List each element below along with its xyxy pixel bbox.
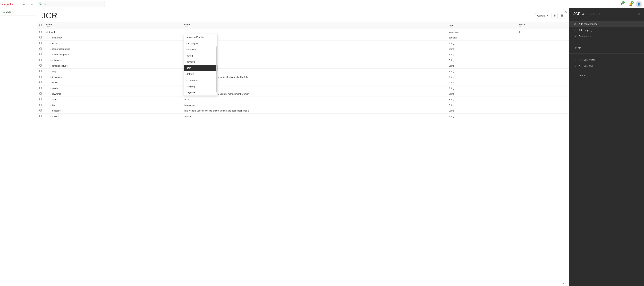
row-checkbox[interactable]	[40, 70, 42, 72]
right-panel-header: JCR workspace ×	[569, 8, 644, 19]
row-dot-icon: ●	[50, 37, 51, 39]
header-checkbox-cell	[38, 22, 44, 29]
row-dot-icon: ●	[50, 54, 51, 56]
right-panel-close-button[interactable]: ×	[638, 12, 640, 16]
sidebar-jcr-item[interactable]: ⊞ JCR	[0, 8, 37, 16]
row-checkbox[interactable]	[40, 104, 42, 106]
row-status-cell	[516, 29, 569, 35]
status-active-dot	[518, 31, 520, 33]
export-xml-label: Export to XML	[579, 65, 594, 68]
row-name-cell: ●buttontext	[44, 57, 182, 63]
row-dot-icon: ●	[50, 65, 51, 67]
row-type-cell: String	[446, 46, 516, 52]
row-value-cell: #000	[182, 46, 446, 52]
row-value-cell: Got it!	[182, 80, 446, 85]
main-close-button[interactable]: ×	[565, 10, 567, 14]
dropdown-item-default[interactable]: default	[184, 71, 218, 77]
user-menu-button[interactable]: 👤	[636, 1, 642, 7]
row-checkbox[interactable]	[40, 87, 42, 89]
row-checkbox[interactable]	[40, 36, 42, 39]
row-name: dismiss	[52, 81, 59, 84]
table-row[interactable]: ●headerCookies are used on this website!…	[38, 85, 569, 91]
add-content-node-label: Add content node	[579, 23, 598, 25]
table-row[interactable]: ●descriptionMagnolia Travels is a demons…	[38, 74, 569, 80]
table-row[interactable]: ●allowAllow cookiesString	[38, 41, 569, 46]
row-checkbox[interactable]	[40, 98, 42, 100]
data-table: Name Filter... Value Filter... Type ↑ St…	[38, 22, 569, 119]
row-checkbox[interactable]	[40, 81, 42, 83]
row-checkbox-cell	[38, 102, 44, 108]
expand-button[interactable]: ▾	[46, 31, 47, 33]
dropdown-item-dam[interactable]: dam	[184, 65, 218, 71]
table-row[interactable]: ●bannerbackground#000String	[38, 46, 569, 52]
add-content-node-action[interactable]: ⊕ Add content node	[569, 21, 644, 27]
row-type-cell: Boolean	[446, 35, 516, 41]
search-bar: 🔍	[37, 1, 105, 7]
row-checkbox[interactable]	[40, 31, 42, 33]
dropdown-item-config[interactable]: config	[184, 53, 218, 59]
row-name-cell: ●bannerbackground	[44, 46, 182, 52]
row-checkbox-cell	[38, 69, 44, 74]
row-checkbox[interactable]	[40, 59, 42, 61]
delete-item-action[interactable]: ✕ Delete item	[569, 33, 644, 39]
row-name: layout	[52, 98, 58, 101]
row-checkbox[interactable]	[40, 48, 42, 50]
row-value-cell: Cookies are used on this website!	[182, 85, 446, 91]
favorites-button[interactable]: ☆	[28, 1, 35, 8]
row-checkbox-cell	[38, 113, 44, 119]
add-property-label: Add property	[579, 29, 592, 32]
row-checkbox[interactable]	[40, 115, 42, 117]
row-checkbox[interactable]	[40, 42, 42, 44]
dropdown-item-advancedCache[interactable]: advancedCache	[184, 34, 218, 40]
dropdown-item-keystore[interactable]: keystore	[184, 89, 218, 95]
table-row[interactable]: ●hideInNavfalseBoolean	[38, 35, 569, 41]
app-launcher-button[interactable]: ⠿	[20, 1, 27, 8]
row-checkbox-cell	[38, 108, 44, 113]
row-name-cell: ●buttonbackground	[44, 52, 182, 57]
workspace-dropdown[interactable]: website ▾	[535, 13, 550, 18]
notifications-button[interactable]: 🔔 0	[627, 1, 634, 8]
row-checkbox-cell	[38, 97, 44, 102]
table-row[interactable]: ●denyDecline cookiesString	[38, 69, 569, 74]
row-checkbox[interactable]	[40, 92, 42, 95]
main-content: × JCR website ▾ ⚙ ☰	[38, 8, 569, 286]
table-row[interactable]: ●dismissGot it!String	[38, 80, 569, 85]
table-row[interactable]: ●messageThis website uses cookies to ens…	[38, 108, 569, 113]
filter-button[interactable]: ⚙	[552, 13, 558, 19]
row-name: header	[52, 87, 58, 90]
table-row[interactable]: ●buttontext#fffString	[38, 57, 569, 63]
right-panel-title: JCR workspace	[574, 12, 600, 16]
dropdown-item-ecommerce[interactable]: ecommerce	[184, 77, 218, 83]
export-yaml-action[interactable]: → Export to YAML	[569, 57, 644, 63]
add-property-action[interactable]: ◌ Add property	[569, 27, 644, 33]
dropdown-item-imaging[interactable]: imaging	[184, 83, 218, 89]
export-actions: → Export to YAML → Export to XML ↗ Impor…	[569, 55, 644, 80]
select-all-checkbox[interactable]	[40, 24, 42, 26]
add-property-icon: ◌	[574, 29, 577, 32]
row-value-cell: Magnolia CMS, Open Source CMS, Content m…	[182, 91, 446, 97]
row-name-cell: ▾⠿travel	[44, 29, 182, 35]
table-row[interactable]: ●positionbottomString	[38, 113, 569, 119]
table-row[interactable]: ●layoutblockString	[38, 97, 569, 102]
table-row[interactable]: ●buttonbackground#ef6155String	[38, 52, 569, 57]
table-row[interactable]: ●keywordsMagnolia CMS, Open Source CMS, …	[38, 91, 569, 97]
table-row[interactable]: ●linkLearn more ...String	[38, 102, 569, 108]
row-checkbox[interactable]	[40, 76, 42, 78]
search-input[interactable]	[44, 3, 102, 6]
dropdown-item-contacts[interactable]: contacts	[184, 59, 218, 65]
export-xml-action[interactable]: → Export to XML	[569, 63, 644, 69]
pulse-button[interactable]: ≋ 0	[618, 1, 626, 8]
row-checkbox[interactable]	[40, 109, 42, 111]
table-row[interactable]: ●complianceTypeinfoString	[38, 63, 569, 69]
view-toggle-button[interactable]: ☰	[559, 13, 565, 19]
dropdown-item-category[interactable]: category	[184, 47, 218, 53]
row-checkbox-cell	[38, 63, 44, 69]
drag-handle: ⠿	[47, 31, 48, 33]
import-action[interactable]: ↗ Import	[569, 72, 644, 78]
row-checkbox[interactable]	[40, 64, 42, 67]
dropdown-item-campaigns[interactable]: campaigns	[184, 40, 218, 47]
table-row[interactable]: ▾⠿travelmgnl:page	[38, 29, 569, 35]
row-checkbox-cell	[38, 57, 44, 63]
row-checkbox[interactable]	[40, 53, 42, 55]
row-dot-icon: ●	[50, 110, 51, 112]
